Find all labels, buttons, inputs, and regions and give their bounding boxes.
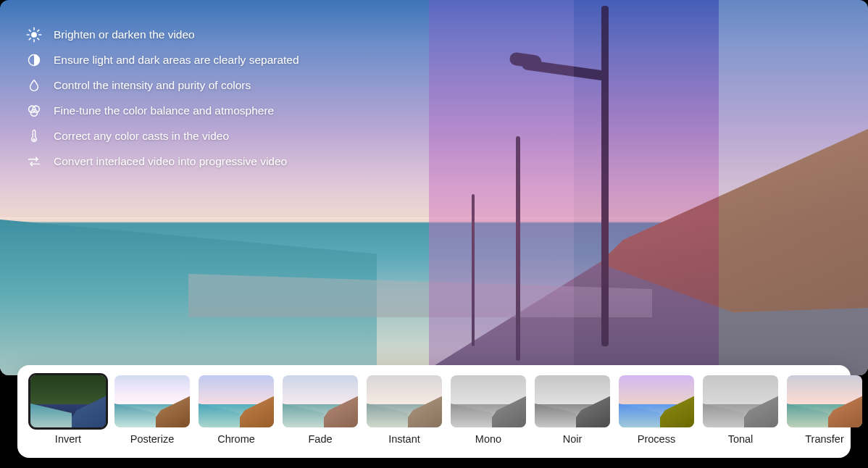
feature-saturation: Control the intensity and purity of colo… xyxy=(26,72,299,98)
filter-chrome[interactable]: Chrome xyxy=(199,375,274,451)
filter-label: Transfer xyxy=(805,433,843,445)
feature-label: Brighten or darken the video xyxy=(54,29,195,41)
feature-deinterlace: Convert interlaced video into progressiv… xyxy=(26,149,299,174)
filter-label: Posterize xyxy=(130,433,174,445)
brightness-icon xyxy=(26,27,42,43)
feature-label: Control the intensity and purity of colo… xyxy=(54,80,251,91)
feature-label: Correct any color casts in the video xyxy=(54,130,229,142)
svg-point-13 xyxy=(33,138,35,140)
feature-label: Convert interlaced video into progressiv… xyxy=(54,156,287,167)
contrast-icon xyxy=(26,52,42,68)
filter-process[interactable]: Process xyxy=(619,375,694,451)
filter-transfer[interactable]: Transfer xyxy=(787,375,862,451)
filter-thumb xyxy=(114,375,190,427)
filter-label: Invert xyxy=(55,433,81,445)
filter-label: Instant xyxy=(388,433,420,445)
droplet-icon xyxy=(26,78,42,93)
svg-line-8 xyxy=(38,30,39,31)
filter-thumb xyxy=(451,375,526,427)
feature-label: Ensure light and dark areas are clearly … xyxy=(54,54,299,66)
filter-invert[interactable]: Invert xyxy=(30,375,106,451)
filter-thumb xyxy=(199,375,274,427)
filter-label: Chrome xyxy=(217,433,255,445)
svg-line-7 xyxy=(29,38,30,39)
filter-label: Mono xyxy=(475,433,501,445)
filter-thumb xyxy=(30,375,106,427)
feature-label: Fine-tune the color balance and atmosphe… xyxy=(54,105,274,117)
filter-noir[interactable]: Noir xyxy=(535,375,610,451)
filter-label: Noir xyxy=(563,433,583,445)
filter-posterize[interactable]: Posterize xyxy=(114,375,190,451)
filter-instant[interactable]: Instant xyxy=(367,375,442,451)
svg-point-0 xyxy=(31,32,37,38)
filter-label: Process xyxy=(638,433,675,445)
svg-line-6 xyxy=(38,38,39,39)
filter-thumb xyxy=(535,375,610,427)
filter-fade[interactable]: Fade xyxy=(283,375,358,451)
thermometer-icon xyxy=(26,128,42,144)
feature-temperature: Correct any color casts in the video xyxy=(26,123,299,149)
filter-strip: InvertPosterizeChromeFadeInstantMonoNoir… xyxy=(17,365,851,458)
feature-contrast: Ensure light and dark areas are clearly … xyxy=(26,47,299,72)
filter-mono[interactable]: Mono xyxy=(451,375,526,451)
filter-tonal[interactable]: Tonal xyxy=(703,375,778,451)
feature-brightness: Brighten or darken the video xyxy=(26,22,299,47)
filter-thumb xyxy=(787,375,862,427)
convert-icon xyxy=(26,154,42,170)
feature-color-balance: Fine-tune the color balance and atmosphe… xyxy=(26,98,299,123)
video-preview: Brighten or darken the video Ensure ligh… xyxy=(0,0,868,375)
filter-thumb xyxy=(283,375,358,427)
filter-thumb xyxy=(367,375,442,427)
filter-thumb xyxy=(619,375,694,427)
color-balance-icon xyxy=(26,103,42,119)
svg-line-5 xyxy=(29,30,30,31)
filter-label: Fade xyxy=(308,433,332,445)
feature-list: Brighten or darken the video Ensure ligh… xyxy=(26,22,299,174)
filter-thumb xyxy=(703,375,778,427)
filter-label: Tonal xyxy=(728,433,754,445)
